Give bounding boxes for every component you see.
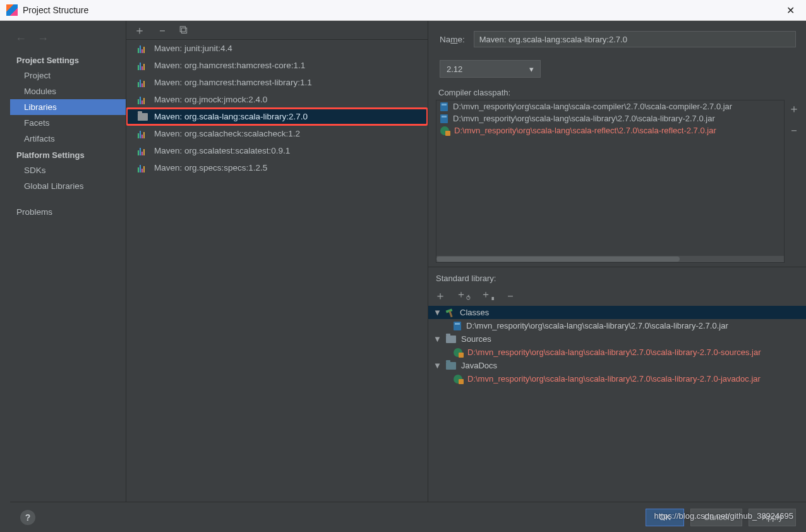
sidebar-item-modules[interactable]: Modules xyxy=(10,83,126,99)
library-label: Maven: org.specs:specs:1.2.5 xyxy=(154,163,267,172)
name-label: Name: xyxy=(440,35,465,44)
missing-source-icon xyxy=(454,348,462,357)
standard-library-tree[interactable]: ▼ Classes D:\mvn_respority\org\scala-lan… xyxy=(428,306,806,502)
javadocs-folder-icon xyxy=(446,362,456,370)
library-label: Maven: org.hamcrest:hamcrest-core:1.1 xyxy=(154,61,305,70)
library-label: Maven: org.hamcrest:hamcrest-library:1.1 xyxy=(154,78,312,87)
libraries-column: ＋ － ⧉ Maven: junit:junit:4.4Maven: org.h… xyxy=(126,21,428,502)
library-bars-icon xyxy=(138,164,148,172)
sidebar-item-artifacts[interactable]: Artifacts xyxy=(10,131,126,147)
library-label: Maven: junit:junit:4.4 xyxy=(154,44,232,53)
scala-version-select[interactable]: 2.12 ▾ xyxy=(440,60,541,78)
compiler-classpath-list[interactable]: D:\mvn_respority\org\scala-lang\scala-co… xyxy=(436,100,785,263)
add-library-icon[interactable]: ＋ xyxy=(134,23,145,38)
jar-file-icon xyxy=(440,102,448,111)
library-item[interactable]: Maven: org.scalacheck:scalacheck:1.2 xyxy=(126,125,428,142)
forward-arrow-icon[interactable]: → xyxy=(37,32,49,45)
horizontal-scrollbar[interactable] xyxy=(436,256,784,262)
dialog-button-bar: ? OK Cancel Apply xyxy=(10,502,806,532)
remove-library-icon[interactable]: － xyxy=(157,23,168,38)
library-label: Maven: org.jmock:jmock:2.4.0 xyxy=(154,95,267,104)
cancel-button[interactable]: Cancel xyxy=(690,509,742,526)
classpath-path: D:\mvn_respority\org\scala-lang\scala-re… xyxy=(454,126,716,135)
library-item[interactable]: Maven: org.hamcrest:hamcrest-core:1.1 xyxy=(126,57,428,74)
classpath-remove-icon[interactable]: － xyxy=(788,123,800,138)
libraries-list[interactable]: Maven: junit:junit:4.4Maven: org.hamcres… xyxy=(126,40,428,502)
classpath-row[interactable]: D:\mvn_respority\org\scala-lang\scala-co… xyxy=(436,100,784,112)
classpath-row[interactable]: D:\mvn_respority\org\scala-lang\scala-li… xyxy=(436,112,784,124)
classpath-path: D:\mvn_respority\org\scala-lang\scala-co… xyxy=(453,102,732,111)
missing-javadoc-icon xyxy=(454,375,462,384)
library-bars-icon xyxy=(138,44,148,53)
tree-leaf-javadocs-jar[interactable]: D:\mvn_respority\org\scala-lang\scala-li… xyxy=(428,372,806,385)
sidebar-item-project[interactable]: Project xyxy=(10,68,126,83)
background-gutter xyxy=(0,21,10,532)
library-detail-panel: Name: 2.12 ▾ Compiler classpath: D:\mvn_… xyxy=(428,21,806,502)
ok-button[interactable]: OK xyxy=(646,509,684,526)
tree-node-sources[interactable]: ▼ Sources xyxy=(428,332,806,346)
stdlib-remove-icon[interactable]: － xyxy=(505,288,516,303)
disclosure-triangle-icon[interactable]: ▼ xyxy=(433,334,441,344)
stdlib-add-icon[interactable]: ＋ xyxy=(435,288,446,303)
classpath-row[interactable]: D:\mvn_respority\org\scala-lang\scala-re… xyxy=(436,124,784,136)
tree-node-classes[interactable]: ▼ Classes xyxy=(428,306,806,319)
sources-folder-icon xyxy=(446,336,456,343)
standard-library-label: Standard library: xyxy=(428,271,806,286)
library-item[interactable]: Maven: junit:junit:4.4 xyxy=(126,40,428,57)
intellij-icon xyxy=(6,4,18,16)
sidebar-item-sdks[interactable]: SDKs xyxy=(10,162,126,178)
name-row: Name: xyxy=(440,31,796,47)
copy-library-icon[interactable]: ⧉ xyxy=(179,23,188,37)
sidebar-item-libraries[interactable]: Libraries xyxy=(10,99,126,115)
missing-file-icon xyxy=(440,126,449,135)
title-bar: Project Structure ✕ xyxy=(0,0,806,21)
sidebar-item-problems[interactable]: Problems xyxy=(10,204,126,220)
disclosure-triangle-icon[interactable]: ▼ xyxy=(433,361,441,370)
jar-file-icon xyxy=(440,114,448,123)
classpath-add-icon[interactable]: ＋ xyxy=(788,101,800,116)
library-label: Maven: org.scalacheck:scalacheck:1.2 xyxy=(154,129,300,138)
library-item[interactable]: Maven: org.scalatest:scalatest:0.9.1 xyxy=(126,142,428,159)
project-structure-dialog: ← → Project Settings Project Modules Lib… xyxy=(10,21,806,532)
version-value: 2.12 xyxy=(447,64,462,74)
platform-settings-heading: Platform Settings xyxy=(10,147,126,162)
library-label: Maven: org.scalatest:scalatest:0.9.1 xyxy=(154,146,290,155)
tree-node-javadocs[interactable]: ▼ JavaDocs xyxy=(428,359,806,372)
folder-icon xyxy=(138,113,148,121)
libraries-toolbar: ＋ － ⧉ xyxy=(126,21,428,40)
library-item[interactable]: Maven: org.specs:specs:1.2.5 xyxy=(126,159,428,176)
jar-file-icon xyxy=(454,322,461,330)
window-title: Project Structure xyxy=(23,5,88,15)
back-arrow-icon[interactable]: ← xyxy=(15,32,27,45)
stdlib-attach-url-icon[interactable]: ＋⥀ xyxy=(456,288,471,303)
disclosure-triangle-icon[interactable]: ▼ xyxy=(433,308,441,317)
library-item[interactable]: Maven: org.jmock:jmock:2.4.0 xyxy=(126,91,428,108)
standard-library-section: Standard library: ＋ ＋⥀ ＋∎ － ▼ Classes xyxy=(428,267,806,502)
library-name-input[interactable] xyxy=(474,31,796,47)
library-bars-icon xyxy=(138,147,148,155)
nav-arrows: ← → xyxy=(10,31,126,52)
chevron-down-icon: ▾ xyxy=(529,64,534,74)
stdlib-attach-docs-icon[interactable]: ＋∎ xyxy=(481,288,495,303)
compiler-classpath-label: Compiler classpath: xyxy=(436,84,801,100)
help-button[interactable]: ? xyxy=(20,510,35,525)
library-bars-icon xyxy=(138,61,148,70)
library-bars-icon xyxy=(138,95,148,104)
library-bars-icon xyxy=(138,130,148,138)
settings-sidebar: ← → Project Settings Project Modules Lib… xyxy=(10,21,126,502)
library-item[interactable]: Maven: org.scala-lang:scala-library:2.7.… xyxy=(126,108,428,125)
library-label: Maven: org.scala-lang:scala-library:2.7.… xyxy=(154,112,308,121)
project-settings-heading: Project Settings xyxy=(10,52,126,68)
standard-library-toolbar: ＋ ＋⥀ ＋∎ － xyxy=(428,286,806,306)
tree-leaf-classes-jar[interactable]: D:\mvn_respority\org\scala-lang\scala-li… xyxy=(428,319,806,332)
library-bars-icon xyxy=(138,78,148,87)
classes-icon xyxy=(446,308,455,317)
sidebar-item-global-libraries[interactable]: Global Libraries xyxy=(10,178,126,194)
apply-button[interactable]: Apply xyxy=(749,509,796,526)
library-item[interactable]: Maven: org.hamcrest:hamcrest-library:1.1 xyxy=(126,74,428,91)
classpath-path: D:\mvn_respority\org\scala-lang\scala-li… xyxy=(453,114,715,123)
tree-leaf-sources-jar[interactable]: D:\mvn_respority\org\scala-lang\scala-li… xyxy=(428,346,806,359)
sidebar-item-facets[interactable]: Facets xyxy=(10,115,126,131)
close-icon[interactable]: ✕ xyxy=(781,2,800,19)
